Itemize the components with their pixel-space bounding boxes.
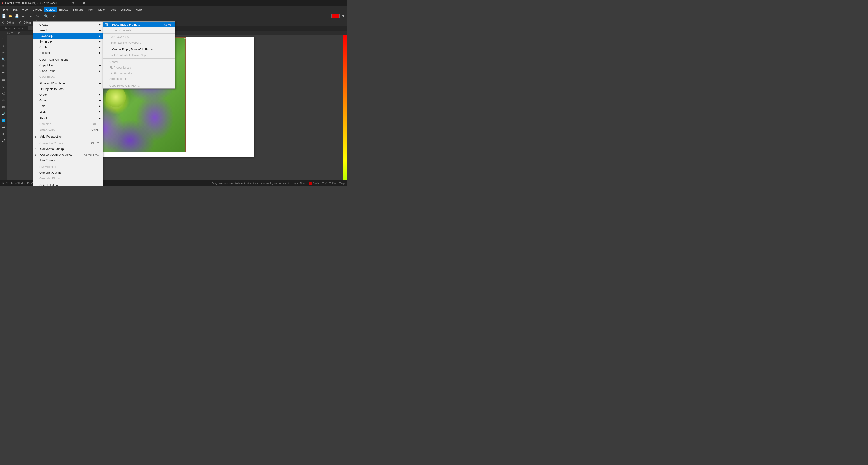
open-btn[interactable]: 📂 (7, 13, 13, 19)
rectangle-tool[interactable]: ▭ (0, 77, 7, 83)
ctx-create[interactable]: Create ▶ (33, 22, 103, 27)
ctx-powerclip[interactable]: PowerClip ▶ (33, 33, 103, 39)
color-dropdown[interactable]: ▼ (340, 13, 346, 19)
ctx-overprint-fill: Overprint Fill (33, 164, 103, 170)
minimize-button[interactable]: ─ (57, 0, 67, 6)
zoom-btn[interactable]: 🔍 (43, 13, 49, 19)
sub-place-inside[interactable]: Place Inside Frame... Ctrl+1 (103, 22, 175, 27)
select-tool[interactable]: ↖ (0, 36, 7, 42)
options-btn[interactable]: ☰ (58, 13, 64, 19)
transparency-tool[interactable]: ◫ (0, 131, 7, 137)
ctx-clear-effect: Clear Effect (33, 74, 103, 79)
ctx-add-perspective[interactable]: ⊞ Add Perspective... (33, 134, 103, 139)
rollover-arrow: ▶ (99, 52, 101, 54)
ctx-convert-curves: Convert to Curves Ctrl+Q (33, 141, 103, 146)
ctx-clear-transformations[interactable]: Clear Transformations (33, 57, 103, 62)
sep2 (41, 14, 42, 18)
menu-edit[interactable]: Edit (10, 7, 20, 12)
powerclip-label: PowerClip (39, 34, 53, 37)
ctx-insert[interactable]: Insert ▶ (33, 27, 103, 33)
ctx-copy-effect[interactable]: Copy Effect ▶ (33, 62, 103, 68)
overprint-bitmap-label: Overprint Bitmap (39, 177, 61, 180)
node-tool[interactable]: ⬦ (0, 42, 7, 49)
menu-file[interactable]: File (1, 7, 10, 12)
ctx-symbol[interactable]: Symbol ▶ (33, 44, 103, 50)
sub-sep3 (103, 58, 175, 59)
pen-tool[interactable]: 🖊 (0, 138, 7, 144)
ctx-convert-bitmap[interactable]: ⊡ Convert to Bitmap... (33, 146, 103, 152)
convert-outline-label: Convert Outline to Object (40, 153, 73, 156)
color-swatch[interactable] (331, 14, 340, 18)
eyedropper-tool[interactable]: 💉 (0, 110, 7, 117)
text-tool[interactable]: A (0, 97, 7, 103)
order-arrow: ▶ (99, 93, 101, 96)
ctx-group[interactable]: Group ▶ (33, 97, 103, 103)
svg-rect-2 (105, 48, 108, 51)
order-label: Order (39, 93, 47, 96)
menu-tools[interactable]: Tools (107, 7, 118, 12)
tab-welcome[interactable]: Welcome Screen (2, 26, 28, 30)
settings-btn[interactable]: ⚙ (51, 13, 57, 19)
menu-view[interactable]: View (20, 7, 31, 12)
blend-tool[interactable]: ⇌ (0, 124, 7, 130)
convert-curves-label: Convert to Curves (39, 142, 63, 145)
ctx-fit-objects[interactable]: Fit Objects to Path (33, 86, 103, 92)
print-btn[interactable]: 🖨 (20, 13, 26, 19)
freehand-tool[interactable]: ✏ (0, 63, 7, 69)
maximize-button[interactable]: □ (68, 0, 78, 6)
ctx-join-curves[interactable]: Join Curves (33, 157, 103, 163)
object-hinting-label: Object Hinting (39, 183, 58, 186)
menu-effects[interactable]: Effects (57, 7, 70, 12)
clone-effect-label: Clone Effect (39, 69, 55, 72)
convert-bitmap-label: Convert to Bitmap... (40, 147, 66, 151)
ctx-clone-effect[interactable]: Clone Effect ▶ (33, 68, 103, 74)
ctx-order[interactable]: Order ▶ (33, 92, 103, 97)
color-palette-strip[interactable] (343, 35, 347, 186)
ctx-convert-outline[interactable]: ⊡ Convert Outline to Object Ctrl+Shift+Q (33, 152, 103, 157)
copy-powerclip-label: Copy PowerClip From... (110, 84, 141, 87)
redo-btn[interactable]: ↪ (35, 13, 40, 19)
menu-table[interactable]: Table (95, 7, 107, 12)
polygon-tool[interactable]: ⬠ (0, 90, 7, 96)
group-arrow: ▶ (99, 99, 101, 101)
place-inside-icon (105, 23, 108, 26)
sub-extract-contents: Extract Contents (103, 27, 175, 33)
lock-contents-label: Lock Contents to PowerClip (110, 53, 146, 57)
ctx-hide[interactable]: Hide ▶ (33, 103, 103, 109)
convert-bitmap-icon: ⊡ (34, 147, 37, 151)
ctx-lock[interactable]: Lock ▶ (33, 109, 103, 114)
hide-arrow: ▶ (99, 105, 101, 107)
menu-window[interactable]: Window (119, 7, 133, 12)
close-button[interactable]: ✕ (79, 0, 89, 6)
undo-btn[interactable]: ↩ (28, 13, 34, 19)
save-btn[interactable]: 💾 (13, 13, 20, 19)
ctx-align-distribute[interactable]: Align and Distribute ▶ (33, 81, 103, 86)
ctx-overprint-outline[interactable]: Overprint Outline (33, 170, 103, 175)
table-tool[interactable]: ⊞ (0, 104, 7, 110)
menu-bitmaps[interactable]: Bitmaps (70, 7, 86, 12)
ellipse-tool[interactable]: ⬭ (0, 83, 7, 90)
menu-help[interactable]: Help (133, 7, 144, 12)
ctx-object-hinting[interactable]: Object Hinting (33, 182, 103, 186)
add-perspective-label: Add Perspective... (40, 135, 64, 138)
hide-label: Hide (39, 104, 45, 108)
ctx-symmetry[interactable]: Symmetry ▶ (33, 39, 103, 44)
ctx-break-apart: Break Apart Ctrl+K (33, 127, 103, 133)
ctx-shaping[interactable]: Shaping ▶ (33, 116, 103, 121)
align-distribute-label: Align and Distribute (39, 82, 65, 85)
crop-tool[interactable]: ✂ (0, 49, 7, 56)
menu-text[interactable]: Text (86, 7, 95, 12)
menu-object[interactable]: Object (44, 7, 57, 12)
fill-tool[interactable]: 🪣 (0, 117, 7, 123)
zoom-tool[interactable]: 🔍 (0, 56, 7, 62)
sub-fill-proportionally: Fill Proportionally (103, 70, 175, 76)
new-btn[interactable]: 📄 (1, 13, 7, 19)
title-bar: ■ CorelDRAW 2020 (64-Bit) - C:\- Archivo… (0, 0, 347, 6)
powerclip-arrow: ▶ (99, 35, 101, 37)
sub-edit-powerclip: Edit PowerClip... (103, 34, 175, 40)
sub-create-empty[interactable]: Create Empty PowerClip Frame (103, 47, 175, 52)
smart-draw-tool[interactable]: 〰 (0, 70, 7, 76)
menu-layout[interactable]: Layout (31, 7, 44, 12)
ctx-rollover[interactable]: Rollover ▶ (33, 50, 103, 56)
fill-label: None (300, 182, 306, 184)
